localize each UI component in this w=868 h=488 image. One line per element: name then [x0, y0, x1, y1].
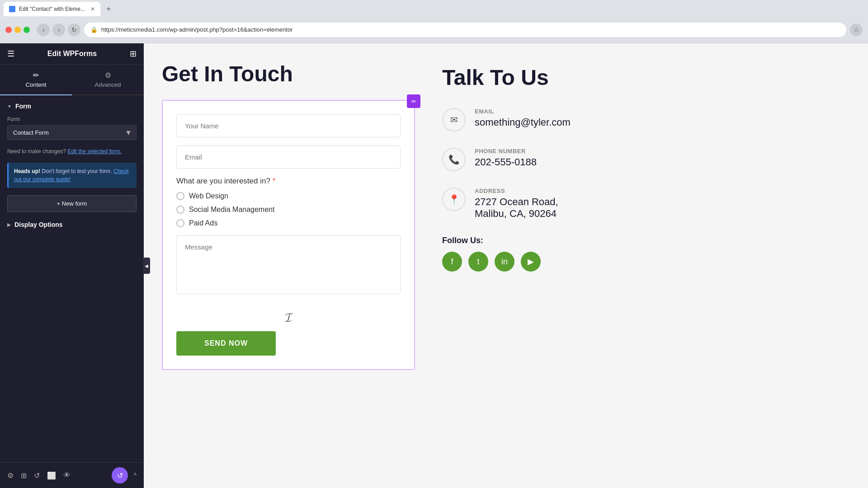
tab-bar: Edit "Contact" with Eleme... ✕ + — [0, 0, 868, 16]
sidebar-content: ▼ Form Form Contact Form ▼ Need to make … — [0, 95, 144, 462]
email-input[interactable] — [176, 145, 401, 169]
contact-column: Talk To Us ✉ EMAIL something@tyler.com 📞 — [442, 61, 850, 470]
browser-chrome: ‹ › ↻ 🔒 https://meticsmedia1.com/wp-admi… — [0, 16, 868, 43]
advanced-icon: ⚙ — [105, 71, 111, 80]
app-container: ☰ Edit WPForms ⊞ ✏ Content ⚙ Advanced ▼ … — [0, 43, 868, 488]
eye-tool-icon[interactable]: 👁 — [63, 471, 71, 480]
radio-option-paid-ads[interactable]: Paid Ads — [176, 219, 401, 227]
form-select-wrapper: Contact Form ▼ — [7, 125, 137, 140]
content-icon: ✏ — [33, 71, 39, 80]
contact-page-heading: Talk To Us — [442, 65, 850, 90]
address-bar[interactable]: 🔒 https://meticsmedia1.com/wp-admin/post… — [84, 23, 846, 37]
address-label: ADDRESS — [475, 188, 850, 194]
address-value: 2727 Ocean Road,Malibu, CA, 90264 — [475, 196, 850, 220]
layers-tool-icon[interactable]: ⊞ — [21, 471, 27, 480]
display-options-header[interactable]: ▶ Display Options — [7, 221, 137, 228]
map-pin-icon: 📍 — [448, 194, 460, 205]
sidebar-collapse-handle[interactable]: ◀ — [143, 258, 150, 274]
main-content: Get In Touch ✏ What are you interested i… — [144, 43, 868, 488]
form-select[interactable]: Contact Form — [7, 125, 137, 140]
radio-group: Web Design Social Media Management Paid … — [176, 192, 401, 227]
bookmark-button[interactable]: ☆ — [850, 23, 863, 36]
settings-tool-icon[interactable]: ⚙ — [7, 471, 14, 480]
form-column: Get In Touch ✏ What are you interested i… — [162, 61, 415, 470]
form-section-header[interactable]: ▼ Form — [7, 103, 137, 110]
notice-box: Heads up! Don't forget to test your form… — [7, 163, 137, 188]
responsive-tool-icon[interactable]: ⬜ — [47, 471, 56, 480]
notice-body-text: Don't forget to test your form. — [42, 168, 112, 174]
follow-label: Follow Us: — [442, 236, 850, 245]
address-icon-circle: 📍 — [442, 188, 466, 211]
tab-content-label: Content — [26, 81, 47, 88]
tab-advanced-label: Advanced — [95, 81, 121, 88]
sidebar-title: Edit WPForms — [47, 50, 97, 58]
linkedin-icon[interactable]: in — [495, 252, 514, 272]
undo-button[interactable]: ↺ — [112, 467, 128, 483]
tab-advanced[interactable]: ⚙ Advanced — [72, 65, 144, 94]
name-input[interactable] — [176, 114, 401, 137]
reload-button[interactable]: ↻ — [68, 23, 80, 36]
youtube-icon[interactable]: ▶ — [521, 252, 541, 272]
address-info: ADDRESS 2727 Ocean Road,Malibu, CA, 9026… — [475, 188, 850, 220]
phone-icon-circle: 📞 — [442, 148, 466, 171]
radio-option-social[interactable]: Social Media Management — [176, 206, 401, 214]
tab-content[interactable]: ✏ Content — [0, 65, 72, 95]
sidebar: ☰ Edit WPForms ⊞ ✏ Content ⚙ Advanced ▼ … — [0, 43, 144, 488]
phone-info: PHONE NUMBER 202-555-0188 — [475, 148, 850, 168]
tab-close-button[interactable]: ✕ — [90, 6, 95, 12]
radio-label-paid-ads: Paid Ads — [189, 219, 217, 227]
form-section-label: Form — [15, 103, 31, 110]
radio-circle-web-design — [176, 192, 184, 200]
url-text: https://meticsmedia1.com/wp-admin/post.p… — [101, 26, 292, 33]
facebook-icon[interactable]: f — [442, 252, 462, 272]
grid-icon[interactable]: ⊞ — [130, 49, 137, 59]
email-icon: ✉ — [450, 114, 458, 125]
forward-button[interactable]: › — [52, 23, 65, 36]
send-now-button[interactable]: SEND NOW — [176, 331, 276, 356]
edit-selected-form-link[interactable]: Edit the selected form. — [67, 148, 121, 155]
tab-title: Edit "Contact" with Eleme... — [19, 6, 85, 12]
active-tab[interactable]: Edit "Contact" with Eleme... ✕ — [4, 2, 100, 16]
radio-label-web-design: Web Design — [189, 192, 228, 200]
radio-option-web-design[interactable]: Web Design — [176, 192, 401, 200]
close-window-button[interactable] — [5, 27, 12, 33]
need-changes-text: Need to make changes? Edit the selected … — [7, 147, 137, 155]
chevron-up-icon[interactable]: ^ — [133, 472, 137, 479]
back-button[interactable]: ‹ — [37, 23, 50, 36]
browser-nav: ‹ › ↻ — [37, 23, 80, 36]
sidebar-header: ☰ Edit WPForms ⊞ — [0, 43, 144, 65]
hamburger-icon[interactable]: ☰ — [7, 49, 14, 59]
new-form-button[interactable]: + New form — [7, 195, 137, 212]
contact-phone-item: 📞 PHONE NUMBER 202-555-0188 — [442, 148, 850, 171]
traffic-lights — [5, 27, 30, 33]
form-page-heading: Get In Touch — [162, 61, 415, 86]
form-wrapper: ✏ What are you interested in? * Web Desi… — [162, 100, 415, 370]
edit-pencil-button[interactable]: ✏ — [407, 94, 420, 108]
display-options-label: Display Options — [14, 221, 63, 228]
required-marker: * — [273, 177, 276, 185]
maximize-window-button[interactable] — [24, 27, 30, 33]
contact-email-item: ✉ EMAIL something@tyler.com — [442, 108, 850, 131]
sidebar-logo: Edit WPForms — [47, 50, 97, 58]
radio-circle-social — [176, 206, 184, 214]
new-tab-button[interactable]: + — [102, 3, 115, 15]
undo-section: ↺ ^ — [112, 467, 137, 483]
twitter-icon[interactable]: t — [468, 252, 488, 272]
sidebar-tabs: ✏ Content ⚙ Advanced — [0, 65, 144, 95]
history-tool-icon[interactable]: ↺ — [34, 471, 40, 480]
display-options-arrow-icon: ▶ — [7, 222, 11, 227]
minimize-window-button[interactable] — [14, 27, 21, 33]
section-arrow-icon: ▼ — [7, 104, 12, 109]
phone-value: 202-555-0188 — [475, 156, 850, 168]
phone-label: PHONE NUMBER — [475, 148, 850, 155]
phone-icon: 📞 — [448, 154, 460, 165]
radio-circle-paid-ads — [176, 219, 184, 227]
email-info: EMAIL something@tyler.com — [475, 108, 850, 128]
lock-icon: 🔒 — [90, 26, 98, 33]
form-field-label: Form — [7, 116, 137, 122]
bottom-tools: ⚙ ⊞ ↺ ⬜ 👁 — [7, 471, 71, 480]
tab-favicon — [9, 6, 15, 12]
sidebar-bottom-toolbar: ⚙ ⊞ ↺ ⬜ 👁 ↺ ^ — [0, 462, 144, 488]
message-textarea[interactable] — [176, 235, 401, 294]
message-field-wrapper: 𝓘 — [176, 235, 401, 331]
